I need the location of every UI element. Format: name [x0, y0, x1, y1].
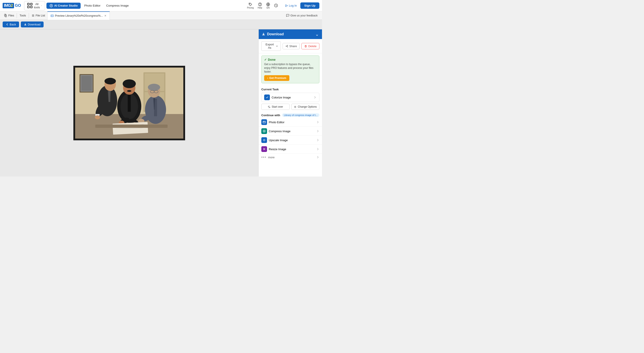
premium-label: Get Premium	[269, 77, 286, 80]
tools-label: Tools	[20, 14, 26, 17]
download-button-actionbar[interactable]: Download	[21, 22, 44, 28]
arrow-right-ci-icon	[316, 130, 319, 133]
colorize-image-task[interactable]: Colorize Image	[261, 93, 319, 102]
feedback-label: Give us your feedback	[290, 14, 318, 17]
delete-label: Delete	[308, 45, 316, 48]
change-options-button[interactable]: Change Options	[291, 104, 320, 110]
signup-label: Sign Up	[304, 4, 316, 7]
history-nav-item[interactable]	[274, 4, 278, 8]
login-button[interactable]: Log In	[283, 3, 299, 8]
lang-label: EN	[266, 7, 270, 9]
arrow-right-ri-icon	[316, 148, 319, 151]
logo[interactable]: IMG2 GO	[3, 3, 21, 8]
more-label: more	[268, 156, 275, 159]
back-label: Back	[10, 23, 16, 26]
done-description: Get a subscription to bypass the queue, …	[264, 63, 316, 74]
nav-photo-editor[interactable]: Photo Editor	[82, 4, 102, 7]
feedback-icon	[286, 14, 289, 17]
start-over-button[interactable]: Start over	[261, 104, 290, 110]
photo-editor-item[interactable]: Photo Editor	[259, 118, 322, 127]
current-task-title: Current Task	[259, 86, 322, 92]
file-list-label: File List	[36, 14, 45, 17]
history-icon	[274, 4, 278, 8]
more-item[interactable]: ••• more	[259, 154, 322, 161]
export-as-button[interactable]: Export As	[261, 41, 281, 51]
upscale-icon	[261, 137, 267, 143]
svg-point-62	[264, 139, 265, 141]
resize-image-item[interactable]: Resize Image	[259, 145, 322, 154]
help-nav-item[interactable]: Help	[258, 3, 262, 9]
back-arrow-icon	[6, 23, 8, 26]
list-icon	[32, 14, 34, 17]
more-dots-icon: •••	[261, 155, 266, 159]
continue-file-badge: Library of congress image of t...	[282, 113, 319, 117]
grid-icon	[27, 3, 33, 9]
arrow-right-ui-icon	[316, 139, 319, 142]
login-icon	[285, 4, 288, 7]
photo-editor-icon	[261, 119, 267, 125]
feedback-button[interactable]: Give us your feedback	[284, 14, 320, 17]
export-row: Export As Share Delete	[259, 39, 322, 53]
globe-icon	[266, 3, 270, 6]
all-tools-label: All tools	[34, 3, 40, 9]
all-tools-button[interactable]: All tools	[24, 1, 45, 10]
action-row: Start over Change Options	[261, 104, 319, 110]
ai-icon	[50, 4, 53, 8]
arrow-right-pe-icon	[316, 121, 319, 124]
logo-go: GO	[15, 3, 21, 8]
export-chevron-icon	[276, 45, 278, 48]
download-panel-label: Download	[267, 32, 284, 36]
delete-button[interactable]: Delete	[302, 43, 319, 49]
svg-rect-63	[264, 149, 264, 150]
start-over-label: Start over	[272, 105, 283, 108]
login-label: Log In	[289, 4, 297, 7]
logo-img: IMG2	[3, 3, 14, 8]
help-label: Help	[258, 7, 262, 9]
compress-icon	[261, 128, 267, 134]
tools-button[interactable]: Tools	[17, 13, 28, 18]
preview-tab[interactable]: Preview Library%20of%20congress%... ✕	[47, 12, 110, 20]
download-chevron-button[interactable]: ⌄	[315, 32, 319, 37]
close-tab-icon[interactable]: ✕	[104, 14, 106, 17]
export-as-label: Export As	[264, 43, 276, 49]
download-section-title: Download	[262, 32, 315, 36]
file-list-button[interactable]: File List	[29, 12, 47, 20]
help-icon	[258, 3, 262, 6]
download-section: Download ⌄	[259, 29, 322, 39]
colorize-image-label: Colorize Image	[272, 96, 291, 99]
back-button[interactable]: Back	[3, 22, 19, 28]
delete-icon	[304, 45, 307, 48]
preview-tab-label: Preview Library%20of%20congress%...	[55, 14, 103, 17]
files-button[interactable]: Files	[2, 13, 16, 18]
toolbar: Files Tools File List Preview Library%20…	[0, 12, 322, 20]
svg-rect-3	[30, 6, 32, 8]
svg-rect-60	[263, 121, 265, 123]
nav-icons: Pricing Help EN	[247, 3, 278, 9]
svg-rect-0	[28, 3, 29, 5]
download-icon-panel	[262, 33, 265, 36]
get-premium-button[interactable]: › Get Premium	[264, 75, 289, 81]
nav-compress-image[interactable]: Compress Image	[104, 4, 131, 7]
svg-point-7	[260, 5, 260, 5]
lang-nav-item[interactable]: EN	[266, 3, 270, 9]
signup-button[interactable]: Sign Up	[300, 3, 319, 9]
continue-header: Continue with Library of congress image …	[259, 112, 322, 118]
tab-area: File List Preview Library%20of%20congres…	[29, 12, 110, 20]
chevron-down-icon: ⌄	[315, 32, 319, 37]
share-icon	[286, 45, 288, 48]
action-bar: Back Download	[0, 20, 322, 29]
photo-border	[74, 66, 185, 140]
top-navigation: IMG2 GO All tools AI Creator Studio Phot…	[0, 0, 322, 12]
chevron-down-icon	[41, 4, 42, 7]
upscale-image-item[interactable]: Upscale Image	[259, 136, 322, 145]
compress-image-item[interactable]: Compress Image	[259, 127, 322, 136]
divider2	[29, 13, 29, 18]
ai-creator-button[interactable]: AI Creator Studio	[46, 3, 81, 9]
share-button[interactable]: Share	[282, 43, 300, 49]
resize-icon	[261, 146, 267, 152]
svg-rect-1	[30, 3, 32, 5]
upscale-image-label: Upscale Image	[269, 139, 288, 142]
photo-editor-label: Photo Editor	[269, 121, 284, 124]
arrow-right-icon	[314, 96, 316, 99]
pricing-nav-item[interactable]: Pricing	[247, 3, 254, 9]
